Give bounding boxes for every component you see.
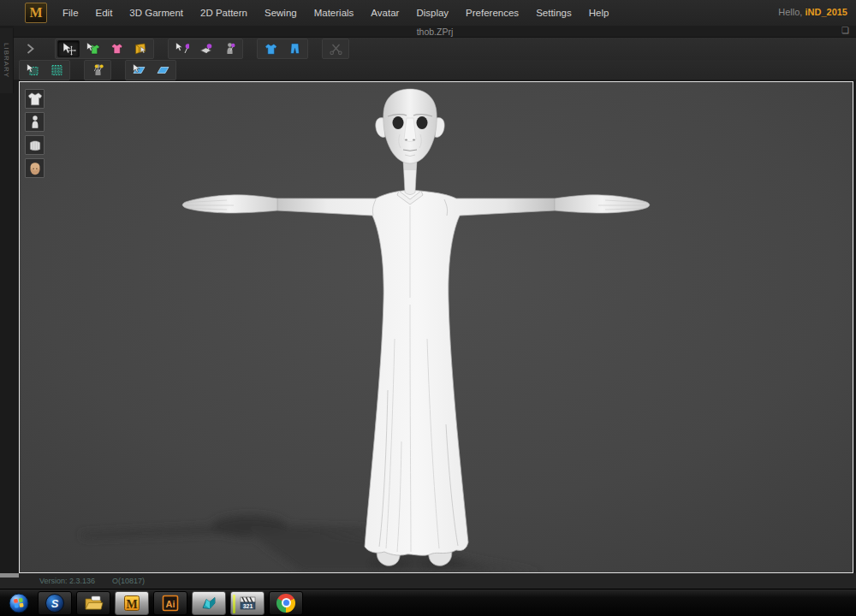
scissors-icon: [329, 42, 343, 56]
version-label: Version: 2.3.136: [39, 577, 95, 585]
main-toolbar: [14, 38, 856, 60]
garment-shirt-thumbnail[interactable]: [25, 89, 45, 109]
sewing-tool[interactable]: [324, 40, 347, 57]
library-panel-tab[interactable]: LIBRARY: [0, 28, 14, 93]
illustrator-button[interactable]: Ai: [153, 591, 187, 615]
select-plane-tool[interactable]: [128, 62, 150, 79]
menu-item-file[interactable]: File: [54, 4, 87, 21]
panel-grip[interactable]: [0, 573, 19, 578]
menu-bar: M FileEdit3D Garment2D PatternSewingMate…: [0, 0, 856, 26]
menu-item-display[interactable]: Display: [407, 4, 457, 21]
3dsmax-button[interactable]: [192, 591, 226, 615]
s-media-app-button[interactable]: S: [38, 591, 72, 615]
menu-item-materials[interactable]: Materials: [306, 4, 363, 21]
menu-item-edit[interactable]: Edit: [87, 4, 122, 21]
shirtPink-icon: [110, 42, 124, 56]
application-window: M FileEdit3D Garment2D PatternSewingMate…: [0, 0, 856, 616]
select-mesh-tool[interactable]: [21, 62, 44, 79]
greeting-prefix: Hello,: [778, 7, 805, 17]
toolbar-group: [19, 60, 70, 80]
toolbar-group: [84, 60, 111, 80]
toolbar-group: [55, 38, 154, 59]
select-garment-tool[interactable]: [81, 40, 104, 57]
toolbar-expand-chevron[interactable]: [19, 40, 41, 57]
plane-icon: [156, 63, 170, 77]
thumbShirt-icon: [27, 92, 43, 107]
restore-window-icon[interactable]: ❏: [841, 26, 849, 35]
cursorPin-icon: [175, 42, 189, 56]
chevron-icon: [23, 42, 38, 56]
thumbCloth-icon: [27, 138, 43, 153]
activate-bottom-garment-tool[interactable]: [283, 40, 306, 57]
pin-avatar-tool[interactable]: [218, 40, 241, 57]
svg-text:S: S: [51, 596, 59, 609]
3d-viewport[interactable]: [19, 81, 853, 573]
svg-text:Ai: Ai: [166, 598, 175, 608]
toolbar-group: [257, 38, 308, 59]
status-bar: Version: 2.3.136 O(10817): [0, 573, 856, 589]
start-button[interactable]: [4, 591, 33, 615]
menu-item-sewing[interactable]: Sewing: [256, 4, 306, 21]
show-pattern-tool[interactable]: [129, 40, 152, 57]
svg-text:321: 321: [243, 602, 253, 608]
avatarPins-icon: [91, 63, 105, 77]
avatar-model-scene: [20, 82, 853, 572]
user-greeting: Hello, iND_2015: [778, 7, 847, 17]
windows-taskbar: SMAi321: [0, 589, 856, 616]
activate-top-garment-tool[interactable]: [259, 40, 282, 57]
shirtBlue-icon: [264, 42, 278, 56]
library-tab-label: LIBRARY: [3, 43, 10, 78]
cursorMesh-icon: [26, 63, 40, 77]
select-mesh-box-tool[interactable]: [45, 62, 68, 79]
move-garment-tool[interactable]: [105, 40, 128, 57]
thumbFigure-icon: [27, 115, 43, 130]
secondary-toolbar: [14, 60, 856, 80]
thumbHead-icon: [27, 161, 43, 176]
pin-box-tool[interactable]: [194, 40, 217, 57]
meshGrid-icon: [50, 63, 64, 77]
document-title-bar: thob.ZPrj ❏: [14, 26, 856, 38]
svg-text:M: M: [126, 597, 137, 610]
avatar-figure-thumbnail[interactable]: [25, 112, 45, 132]
menu-items: FileEdit3D Garment2D PatternSewingMateri…: [54, 4, 617, 21]
avatar-tape-tool[interactable]: [86, 62, 109, 79]
menu-item-settings[interactable]: Settings: [527, 4, 580, 21]
menu-item-help[interactable]: Help: [580, 4, 618, 21]
menu-item-3d-garment[interactable]: 3D Garment: [121, 4, 192, 21]
media-player-321-button[interactable]: 321: [230, 591, 265, 615]
boardYellow-icon: [134, 42, 148, 56]
menu-item-preferences[interactable]: Preferences: [457, 4, 527, 21]
marvelous-designer-button[interactable]: M: [115, 591, 149, 615]
select-move-tool[interactable]: [57, 40, 80, 57]
menu-item-avatar[interactable]: Avatar: [362, 4, 407, 21]
wind-plane-tool[interactable]: [152, 62, 174, 79]
app-logo-icon[interactable]: M: [25, 3, 47, 23]
document-filename: thob.ZPrj: [14, 27, 856, 37]
avatar-head-thumbnail[interactable]: [25, 158, 45, 178]
avatarPin-icon: [223, 42, 237, 56]
toolbar-group: [125, 60, 176, 80]
garment-cloth-thumbnail[interactable]: [25, 135, 45, 155]
file-explorer-button[interactable]: [76, 591, 110, 615]
username: iND_2015: [805, 7, 847, 17]
menu-item-2d-pattern[interactable]: 2D Pattern: [192, 4, 256, 21]
boxPin-icon: [199, 42, 213, 56]
cursorMove-icon: [62, 42, 76, 56]
toolbar-group: [322, 38, 349, 59]
chrome-button[interactable]: [269, 591, 303, 615]
cursorPlane-icon: [132, 63, 146, 77]
pantsBlue-icon: [288, 42, 302, 56]
cursorShirtGreen-icon: [86, 42, 100, 56]
scene-object-thumbnails: [25, 89, 45, 178]
toolbar-group: [168, 38, 243, 59]
pin-tool[interactable]: [170, 40, 193, 57]
status-counter: O(10817): [112, 577, 145, 585]
